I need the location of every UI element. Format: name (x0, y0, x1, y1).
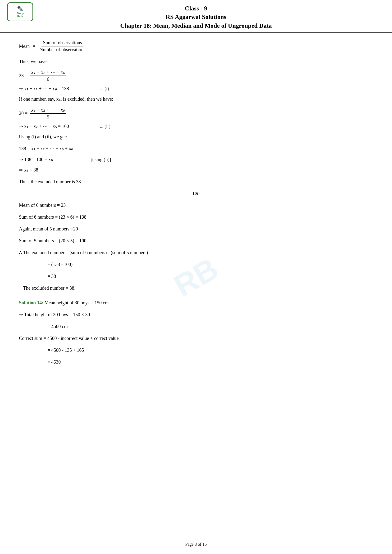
eq1-result-text: ⇒ x₁ + x₂ + ⋯ + x₆ = 138 (19, 86, 69, 91)
eq2-denominator: 5 (46, 114, 51, 120)
sol14-eq5: = 4530 (47, 358, 373, 366)
main-content: Mean = Sum of observations Number of obs… (0, 33, 392, 384)
logo-text: Study (17, 12, 24, 15)
using-i-ii: Using (i) and (ii), we get: (19, 133, 373, 140)
eq2-label: ... (ii) (100, 124, 110, 129)
logo-icon: ✒️ (17, 6, 23, 12)
page-footer: Page 8 of 15 (0, 542, 392, 547)
eq4-note: [using (ii)] (91, 157, 111, 162)
alt-line-5: ∴ The excluded number = (sum of 6 number… (19, 249, 373, 256)
alt-line-1: Mean of 6 numbers = 23 (19, 201, 373, 209)
logo-box: ✒️ Study Path (7, 2, 33, 21)
eq1-fraction: x₁ + x₂ + ⋯ + x₆ 6 (30, 69, 66, 82)
eq2-fraction: x₁ + x₂ + ⋯ + x₅ 5 (30, 107, 66, 120)
equation-2-result: ⇒ x₁ + x₂ + ⋯ + x₅ = 100 ... (ii) (19, 123, 373, 129)
equation-5: ⇒ x₆ = 38 (19, 166, 373, 174)
eq1-label: ... (i) (100, 86, 109, 91)
page-container: ✒️ Study Path Class - 9 RS Aggarwal Solu… (0, 0, 392, 554)
eq2-numerator: x₁ + x₂ + ⋯ + x₅ (30, 107, 66, 114)
or-divider: Or (19, 190, 373, 197)
equation-3: 138 = x₁ + x₂ + ⋯ + x₅ + x₆ (19, 145, 373, 152)
page-header: ✒️ Study Path Class - 9 RS Aggarwal Solu… (0, 0, 392, 33)
eq1-lhs: 23 = (19, 73, 28, 78)
sol14-eq1: ⇒ Total height of 30 boys = 150 × 30 (19, 311, 373, 318)
mean-fraction: Sum of observations Number of observatio… (38, 40, 87, 52)
thus-we-have: Thus, we have: (19, 58, 373, 65)
eq4-text: ⇒ 138 = 100 + x₆ (19, 157, 53, 162)
sol14-eq3: Correct sum = 4500 - incorrect value + c… (19, 334, 373, 342)
alt-line-4: Sum of 5 numbers = (20 × 5) = 100 (19, 237, 373, 244)
eq2-result-text: ⇒ x₁ + x₂ + ⋯ + x₅ = 100 (19, 123, 69, 129)
eq1-numerator: x₁ + x₂ + ⋯ + x₆ (30, 69, 66, 76)
conclusion-2: ∴ The excluded number = 38. (19, 284, 373, 292)
equals-sign: = (33, 44, 35, 49)
equation-1-result: ⇒ x₁ + x₂ + ⋯ + x₆ = 138 ... (i) (19, 86, 373, 91)
eq2-lhs: 20 = (19, 111, 28, 116)
eq1-denominator: 6 (46, 76, 51, 82)
equation-2: 20 = x₁ + x₂ + ⋯ + x₅ 5 (19, 107, 373, 120)
formula-numerator: Sum of observations (42, 40, 83, 46)
class-title: Class - 9 (5, 4, 387, 13)
alt-line-7: = 38 (47, 272, 373, 280)
mean-formula: Mean = Sum of observations Number of obs… (19, 40, 373, 52)
conclusion-1: Thus, the excluded number is 38 (19, 178, 373, 186)
mean-label: Mean (19, 44, 30, 49)
sol14-eq2: = 4500 cm (47, 323, 373, 330)
logo-area: ✒️ Study Path (7, 2, 33, 21)
solution-14-header: Solution 14: Mean height of 30 boys = 15… (19, 299, 373, 306)
alt-line-3: Again, mean of 5 numbers =20 (19, 225, 373, 233)
chapter-title: Chapter 18: Mean, Median and Mode of Ung… (5, 21, 387, 30)
sol14-label: Solution 14: (19, 300, 43, 305)
formula-denominator: Number of observations (38, 46, 87, 52)
equation-1: 23 = x₁ + x₂ + ⋯ + x₆ 6 (19, 69, 373, 82)
page-number: Page 8 of 15 (185, 542, 207, 547)
sol14-text: Mean height of 30 boys = 150 cm (45, 300, 109, 305)
book-title: RS Aggarwal Solutions (5, 13, 387, 21)
logo-subtext: Path (17, 15, 23, 18)
alt-line-2: Sum of 6 numbers = (23 × 6) = 138 (19, 213, 373, 221)
equation-4: ⇒ 138 = 100 + x₆ [using (ii)] (19, 157, 373, 162)
if-one-number: If one number, say, x₆, is excluded, the… (19, 95, 373, 103)
alt-line-6: = (138 - 100) (47, 261, 373, 268)
sol14-eq4: = 4500 - 135 + 165 (47, 346, 373, 354)
